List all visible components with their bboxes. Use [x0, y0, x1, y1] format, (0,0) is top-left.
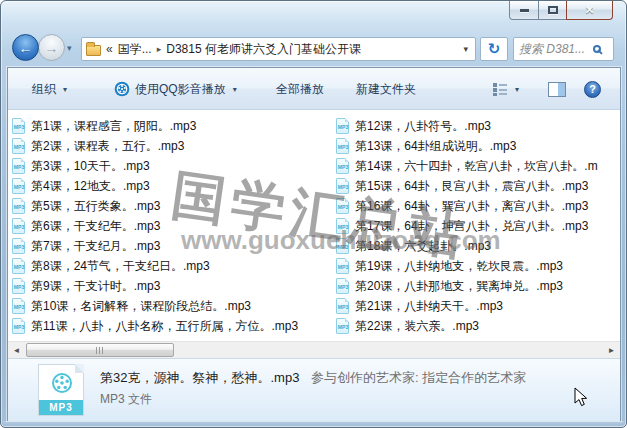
mp3-file-icon: MP3 — [336, 178, 349, 194]
window-controls: ✕ — [509, 1, 613, 20]
play-with-qq-button[interactable]: 使用QQ影音播放 ▾ — [108, 68, 243, 110]
mp3-file-icon: MP3 — [336, 158, 349, 174]
file-item[interactable]: MP3第8课，24节气，干支纪日。.mp3 — [12, 256, 334, 276]
horizontal-scrollbar[interactable]: ◄ ► — [8, 341, 620, 358]
mp3-file-icon: MP3 — [12, 318, 25, 334]
file-name: 第14课，六十四卦，乾宫八卦，坎宫八卦。.m — [355, 158, 598, 175]
file-column-right: MP3第12课，八卦符号。.mp3 MP3第13课，64卦组成说明。.mp3 M… — [336, 111, 620, 336]
minimize-icon — [520, 9, 529, 12]
new-folder-label: 新建文件夹 — [356, 81, 416, 98]
forward-button[interactable]: → — [38, 34, 65, 61]
refresh-icon: ↻ — [488, 40, 501, 58]
file-item[interactable]: MP3第2课，课程表，五行。.mp3 — [12, 136, 334, 156]
file-item[interactable]: MP3第13课，64卦组成说明。.mp3 — [336, 136, 620, 156]
chevron-down-icon: ▾ — [67, 43, 72, 53]
file-column-left: MP3第1课，课程感言，阴阳。.mp3 MP3第2课，课程表，五行。.mp3 M… — [12, 111, 334, 336]
organize-label: 组织 — [32, 81, 56, 98]
views-icon — [492, 82, 508, 96]
mp3-file-icon: MP3 — [12, 118, 25, 134]
mp3-file-icon: MP3 — [336, 218, 349, 234]
folder-icon — [86, 45, 101, 56]
help-glyph: ? — [589, 83, 596, 95]
file-item[interactable]: MP3第1课，课程感言，阴阳。.mp3 — [12, 116, 334, 136]
scrollbar-thumb[interactable] — [26, 343, 174, 357]
file-name: 第4课，12地支。.mp3 — [31, 178, 150, 195]
file-name: 第9课，干支计时。.mp3 — [31, 278, 160, 295]
file-item[interactable]: MP3第16课，64卦，巽宫八卦，离宫八卦。.mp3 — [336, 196, 620, 216]
command-toolbar: 组织 ▾ 使用QQ影音播放 ▾ 全部播放 新建文件夹 — [8, 68, 620, 110]
film-reel-icon — [50, 371, 74, 395]
scroll-left-icon: ◄ — [13, 346, 21, 355]
maximize-button[interactable] — [538, 1, 566, 20]
file-name: 第11课，八卦，八卦名称，五行所属，方位。.mp3 — [31, 318, 298, 335]
file-item[interactable]: MP3第3课，10天干。.mp3 — [12, 156, 334, 176]
refresh-button[interactable]: ↻ — [480, 37, 508, 61]
file-item[interactable]: MP3第7课，干支纪月。.mp3 — [12, 236, 334, 256]
close-icon: ✕ — [584, 4, 594, 16]
file-name: 第7课，干支纪月。.mp3 — [31, 238, 160, 255]
client-area: 组织 ▾ 使用QQ影音播放 ▾ 全部播放 新建文件夹 — [7, 67, 621, 421]
close-button[interactable]: ✕ — [566, 1, 613, 20]
address-dropdown[interactable]: ▾ — [460, 44, 471, 54]
file-name: 第17课，64卦，坤宫八卦，兑宫八卦。.mp3 — [355, 218, 588, 235]
chevron-down-icon: ▾ — [515, 85, 519, 94]
mp3-file-icon: MP3 — [12, 238, 25, 254]
help-icon: ? — [584, 81, 601, 98]
navigation-bar: ← → ▾ « 国学... ▸ D3815 何老师讲六爻入门基础公开课 ▾ ↻ — [1, 29, 627, 67]
organize-button[interactable]: 组织 ▾ — [26, 68, 73, 110]
mp3-file-icon: MP3 — [12, 198, 25, 214]
breadcrumb-current-folder[interactable]: D3815 何老师讲六爻入门基础公开课 — [166, 41, 361, 58]
scroll-left-button[interactable]: ◄ — [8, 342, 25, 359]
breadcrumb-overflow[interactable]: « — [106, 42, 113, 56]
file-list: MP3第1课，课程感言，阴阳。.mp3 MP3第2课，课程表，五行。.mp3 M… — [8, 111, 620, 341]
mp3-file-icon: MP3 — [336, 298, 349, 314]
views-button[interactable]: ▾ — [486, 68, 525, 110]
file-name: 第16课，64卦，巽宫八卦，离宫八卦。.mp3 — [355, 198, 588, 215]
frame-bottom-glow — [3, 421, 624, 425]
file-item[interactable]: MP3第21课，八卦纳天干。.mp3 — [336, 296, 620, 316]
file-item[interactable]: MP3第19课，八卦纳地支，乾坎艮震。.mp3 — [336, 256, 620, 276]
file-name: 第2课，课程表，五行。.mp3 — [31, 138, 184, 155]
help-button[interactable]: ? — [578, 68, 607, 110]
play-with-qq-label: 使用QQ影音播放 — [135, 81, 226, 98]
file-item[interactable]: MP3第4课，12地支。.mp3 — [12, 176, 334, 196]
chevron-down-icon: ▾ — [63, 85, 67, 94]
preview-pane-button[interactable] — [542, 68, 572, 110]
chevron-down-icon: ▾ — [233, 85, 237, 94]
mp3-file-icon: MP3 — [336, 118, 349, 134]
minimize-button[interactable] — [509, 1, 538, 20]
file-name: 第6课，干支纪年。.mp3 — [31, 218, 160, 235]
play-all-button[interactable]: 全部播放 — [270, 68, 330, 110]
recent-pages-dropdown[interactable]: ▾ — [67, 43, 72, 53]
address-bar[interactable]: « 国学... ▸ D3815 何老师讲六爻入门基础公开课 ▾ — [81, 37, 476, 61]
file-item[interactable]: MP3第10课，名词解释，课程阶段总结。.mp3 — [12, 296, 334, 316]
file-item[interactable]: MP3第22课，装六亲。.mp3 — [336, 316, 620, 336]
breadcrumb-separator-icon: ▸ — [157, 44, 162, 54]
search-icon — [593, 45, 601, 53]
scroll-right-button[interactable]: ► — [603, 342, 620, 359]
back-button[interactable]: ← — [12, 34, 39, 61]
mp3-file-icon: MP3 — [336, 318, 349, 334]
mp3-file-icon: MP3 — [336, 278, 349, 294]
file-item[interactable]: MP3第5课，五行类象。.mp3 — [12, 196, 334, 216]
file-item[interactable]: MP3第14课，六十四卦，乾宫八卦，坎宫八卦。.m — [336, 156, 620, 176]
mp3-badge: MP3 — [39, 400, 83, 415]
breadcrumb-root[interactable]: 国学... — [118, 41, 152, 58]
file-item[interactable]: MP3第15课，64卦，艮宫八卦，震宫八卦。.mp3 — [336, 176, 620, 196]
mouse-cursor — [574, 387, 588, 407]
search-box — [513, 37, 614, 61]
file-item[interactable]: MP3第11课，八卦，八卦名称，五行所属，方位。.mp3 — [12, 316, 334, 336]
back-icon: ← — [19, 40, 33, 56]
file-item[interactable]: MP3第18课，六爻起卦。.mp3 — [336, 236, 620, 256]
file-name: 第22课，装六亲。.mp3 — [355, 318, 479, 335]
new-folder-button[interactable]: 新建文件夹 — [350, 68, 422, 110]
file-item[interactable]: MP3第12课，八卦符号。.mp3 — [336, 116, 620, 136]
qq-player-icon — [114, 81, 130, 97]
file-item[interactable]: MP3第17课，64卦，坤宫八卦，兑宫八卦。.mp3 — [336, 216, 620, 236]
mp3-file-icon: MP3 — [336, 198, 349, 214]
file-item[interactable]: MP3第9课，干支计时。.mp3 — [12, 276, 334, 296]
file-item[interactable]: MP3第20课，八卦那地支，巽离坤兑。.mp3 — [336, 276, 620, 296]
search-input[interactable] — [519, 42, 591, 56]
maximize-icon — [548, 6, 558, 14]
file-item[interactable]: MP3第6课，干支纪年。.mp3 — [12, 216, 334, 236]
